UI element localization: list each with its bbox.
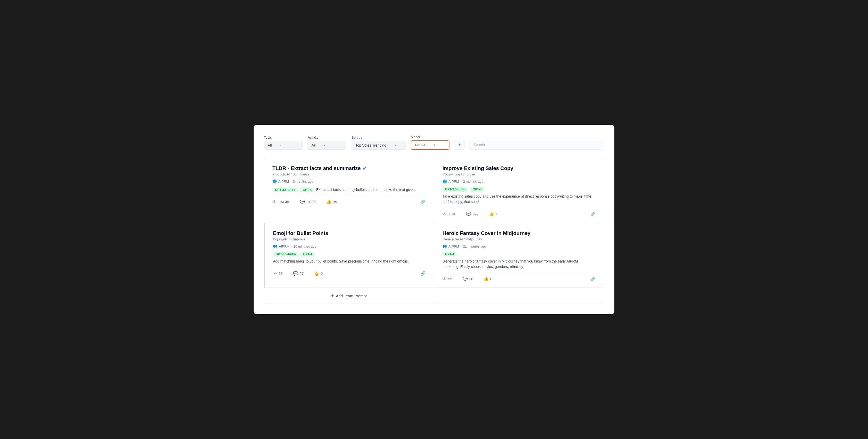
filter-bar: Topic All ▾ Activity All ▾ Sort by Top V…: [264, 135, 604, 150]
card-2-stats: 👁 1.1K 💬 677 👍 1 🔗: [442, 207, 596, 216]
card-2-likes-icon: 👍: [489, 212, 494, 216]
card-3-likes: 👍 0: [314, 271, 323, 276]
main-container: Topic All ▾ Activity All ▾ Sort by Top V…: [254, 125, 614, 314]
card-3-likes-icon: 👍: [314, 271, 319, 276]
card-2-likes: 👍 1: [489, 212, 498, 216]
topic-label: Topic: [264, 135, 303, 139]
card-4-likes: 👍 0: [484, 276, 492, 281]
card-4-comments-count: 28: [469, 277, 473, 281]
card-1-stats: 👁 134.4K 💬 94.8K 👍 35 🔗: [272, 195, 426, 204]
card-2-comments: 💬 677: [466, 212, 478, 216]
search-box[interactable]: Search: [470, 140, 604, 150]
card-1-comments-icon: 💬: [300, 199, 305, 204]
card-4-views: 👁 59: [442, 277, 452, 281]
card-1-views-icon: 👁: [272, 200, 277, 204]
card-4-views-icon: 👁: [442, 277, 446, 281]
card-1-link-icon[interactable]: 🔗: [420, 199, 426, 204]
card-2-title: Improve Existing Sales Copy: [442, 165, 596, 171]
card-1-tag-gpt4: GPT-4: [300, 188, 314, 192]
card-2-tag-gpt35: GPT-3.5-turbo: [442, 187, 468, 192]
model-chevron-icon: ▾: [433, 143, 435, 147]
sortby-label: Sort by: [351, 135, 406, 139]
card-1-author[interactable]: AIPRM: [278, 180, 289, 183]
card-1-globe-icon: 🌐: [272, 179, 277, 183]
card-3: Emoji for Bullet Points Copywriting / Im…: [264, 223, 434, 288]
card-3-globe-icon: 👥: [273, 244, 277, 248]
card-3-comments-icon: 💬: [293, 271, 298, 276]
add-team-prompt-button[interactable]: + Add Team Prompt: [264, 288, 434, 304]
card-1-tag-gpt35: GPT-3.5-turbo: [272, 188, 298, 192]
card-4-likes-icon: 👍: [484, 276, 489, 281]
card-2-time: 2 months ago: [463, 180, 484, 183]
topic-select[interactable]: All ▾: [264, 141, 303, 150]
activity-chevron-icon: ▾: [324, 144, 326, 147]
card-4-comments-icon: 💬: [463, 276, 468, 281]
card-2-tag-gpt4: GPT-4: [470, 187, 484, 192]
sortby-select[interactable]: Top Votes Trending ▾: [351, 141, 406, 150]
card-2-description: Take existing sales copy and use the exp…: [442, 194, 596, 205]
card-4-link-icon[interactable]: 🔗: [590, 276, 596, 281]
card-3-category: Copywriting / Improve: [273, 237, 426, 241]
card-3-comments-count: 27: [300, 272, 304, 276]
add-prompt-label: Add Team Prompt: [336, 294, 367, 298]
card-4-views-count: 59: [448, 277, 452, 281]
card-2-comments-icon: 💬: [466, 212, 471, 216]
card-4-author[interactable]: AIPRM: [448, 245, 459, 248]
card-4-meta: 👥 AIPRM · 21 minutes ago: [442, 244, 596, 248]
card-2-link-icon[interactable]: 🔗: [590, 212, 596, 216]
card-2-category: Copywriting / Improve: [442, 173, 596, 176]
card-1-likes: 👍 35: [326, 199, 337, 204]
card-2-tags: GPT-3.5-turbo GPT-4 Take existing sales …: [442, 187, 596, 205]
card-3-tags: GPT-3.5-turbo GPT-4 Add matching emoji t…: [273, 252, 426, 264]
card-2-views-icon: 👁: [442, 212, 446, 216]
card-1-category: Productivity / Summarize: [272, 173, 426, 176]
card-2-views: 👁 1.1K: [442, 212, 456, 216]
card-1-comments: 💬 94.8K: [300, 199, 316, 204]
card-2-globe-icon: 🌐: [442, 179, 447, 183]
card-3-time: 20 minutes ago: [293, 245, 316, 248]
card-4-tags: GPT-4 Generate the heroic fantasy cover …: [442, 252, 596, 270]
activity-value: All: [312, 143, 316, 147]
card-3-title: Emoji for Bullet Points: [273, 230, 426, 236]
card-1-likes-count: 35: [333, 200, 337, 204]
model-filter-group: Model GPT-4 ▾: [411, 135, 450, 150]
card-2-meta: 🌐 AIPRM · 2 months ago: [442, 179, 596, 183]
cards-grid: TLDR - Extract facts and summarize ✔ Pro…: [264, 158, 604, 288]
card-3-comments: 💬 27: [293, 271, 304, 276]
model-label: Model: [411, 135, 450, 139]
card-1-views-count: 134.4K: [278, 200, 289, 204]
add-prompt-plus-icon: +: [331, 293, 334, 299]
card-3-link-icon[interactable]: 🔗: [420, 271, 426, 276]
activity-select[interactable]: All ▾: [308, 141, 346, 150]
topic-chevron-icon: ▾: [280, 144, 282, 147]
card-4-description: Generate the heroic fantasy cover in Mid…: [442, 259, 596, 270]
card-4-title: Heroic Fantasy Cover in Midjourney: [442, 230, 596, 236]
card-2-views-count: 1.1K: [448, 212, 456, 216]
bottom-right-empty: [434, 288, 604, 304]
card-4-likes-count: 0: [490, 277, 492, 281]
card-1-comments-count: 94.8K: [306, 200, 316, 204]
card-1: TLDR - Extract facts and summarize ✔ Pro…: [264, 158, 434, 223]
card-1-likes-icon: 👍: [326, 199, 332, 204]
card-1-verified-badge: ✔: [363, 166, 367, 171]
sortby-chevron-icon: ▾: [395, 144, 396, 147]
card-2-author[interactable]: AIPRM: [448, 180, 459, 183]
sortby-value: Top Votes Trending: [355, 143, 386, 147]
card-4-tag-gpt4: GPT-4: [442, 252, 457, 257]
search-group: Search: [470, 140, 604, 150]
card-3-author[interactable]: AIPRM: [279, 245, 289, 248]
search-placeholder: Search: [473, 143, 485, 147]
card-3-tag-gpt4: GPT-4: [301, 252, 315, 257]
add-button[interactable]: +: [455, 140, 464, 150]
topic-filter-group: Topic All ▾: [264, 135, 303, 150]
card-4-category: Generative AI / Midjourney: [442, 237, 596, 241]
card-3-likes-count: 0: [320, 272, 323, 276]
model-select[interactable]: GPT-4 ▾: [411, 140, 450, 150]
card-4-time: 21 minutes ago: [463, 245, 486, 248]
model-value: GPT-4: [415, 143, 425, 147]
card-4: Heroic Fantasy Cover in Midjourney Gener…: [434, 223, 604, 288]
card-3-description: Add matching emoji to your bullet points…: [273, 259, 409, 264]
card-2-comments-count: 677: [473, 212, 478, 216]
card-1-views: 👁 134.4K: [272, 200, 289, 204]
card-3-tag-gpt35: GPT-3.5-turbo: [273, 252, 299, 257]
